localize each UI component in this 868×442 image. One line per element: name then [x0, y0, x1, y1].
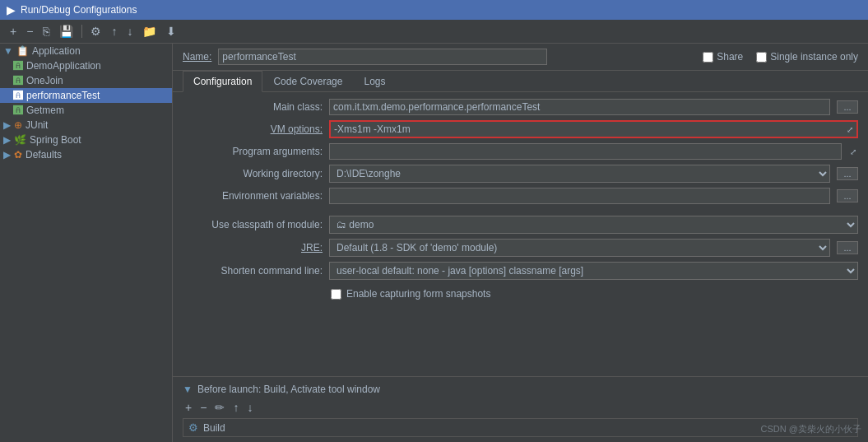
copy-button[interactable]: ⎘ [39, 23, 53, 40]
tree-item-performance-test[interactable]: 🅰 performanceTest [0, 88, 172, 103]
app-icon-onejoin: 🅰 [13, 75, 23, 86]
toolbar: + − ⎘ 💾 ⚙ ↑ ↓ 📁 ⬇ [0, 20, 868, 44]
title-bar-icon: ▶ [7, 3, 16, 16]
bl-up-button[interactable]: ↑ [230, 400, 241, 415]
program-args-label: Program arguments: [183, 146, 323, 157]
app-icon-performance: 🅰 [13, 90, 23, 101]
build-icon: ⚙ [188, 421, 198, 434]
tab-code-coverage[interactable]: Code Coverage [262, 71, 353, 92]
main-container: + − ⎘ 💾 ⚙ ↑ ↓ 📁 ⬇ ▼ 📋 Application 🅰 Demo… [0, 20, 868, 442]
tab-configuration[interactable]: Configuration [183, 71, 262, 92]
defaults-icon: ✿ [14, 149, 22, 161]
vm-options-input-wrapper: ⤢ [329, 120, 858, 138]
share-checkbox[interactable] [703, 52, 713, 63]
share-row: Share Single instance only [703, 51, 858, 63]
tree-label-application: Application [32, 45, 81, 57]
bl-add-button[interactable]: + [183, 400, 194, 415]
shorten-cmd-row: Shorten command line: user-local default… [183, 262, 858, 280]
share-checkbox-label[interactable]: Share [703, 51, 743, 63]
toolbar-separator [81, 25, 82, 38]
junit-expand-icon: ▶ [3, 119, 11, 131]
bl-down-button[interactable]: ↓ [244, 400, 255, 415]
title-bar-title: Run/Debug Configurations [21, 4, 137, 16]
jre-browse-button[interactable]: ... [837, 241, 858, 254]
main-class-input[interactable] [329, 99, 830, 115]
bl-remove-button[interactable]: − [197, 400, 209, 415]
content-area: ▼ 📋 Application 🅰 DemoApplication 🅰 OneJ… [0, 44, 868, 442]
env-vars-row: Environment variables: ... [183, 188, 858, 204]
tree-label-defaults: Defaults [26, 149, 62, 161]
tree-item-application[interactable]: ▼ 📋 Application [0, 44, 172, 58]
left-panel: ▼ 📋 Application 🅰 DemoApplication 🅰 OneJ… [0, 44, 173, 442]
spacer [183, 209, 858, 216]
folder-icon: ▼ [3, 45, 13, 57]
tree-label-onejoin: OneJoin [26, 75, 63, 86]
jre-label: JRE: [183, 242, 323, 254]
tree-item-defaults[interactable]: ▶ ✿ Defaults [0, 147, 172, 162]
sort-button[interactable]: ⬇ [163, 23, 179, 40]
program-args-expand-icon[interactable]: ⤢ [848, 147, 858, 156]
spring-icon: 🌿 [14, 134, 26, 146]
tree-label-spring-boot: Spring Boot [30, 134, 81, 146]
jre-select[interactable]: Default (1.8 - SDK of 'demo' module) [329, 239, 830, 257]
build-item-label: Build [203, 422, 225, 434]
config-content: Main class: ... VM options: ⤢ Program ar… [173, 92, 868, 376]
single-instance-text: Single instance only [770, 51, 858, 63]
vm-options-row: VM options: ⤢ [183, 120, 858, 138]
jre-row: JRE: Default (1.8 - SDK of 'demo' module… [183, 239, 858, 257]
share-label-text: Share [717, 51, 743, 63]
folder-button[interactable]: 📁 [139, 23, 160, 40]
bl-edit-button[interactable]: ✏ [212, 400, 227, 415]
shorten-cmd-label: Shorten command line: [183, 265, 323, 277]
main-class-row: Main class: ... [183, 99, 858, 115]
shorten-cmd-select[interactable]: user-local default: none - java [options… [329, 262, 858, 280]
vm-options-input[interactable] [331, 122, 843, 137]
name-row: Name: Share Single instance only [173, 44, 868, 71]
vm-expand-icon[interactable]: ⤢ [843, 125, 856, 134]
classpath-select[interactable]: 🗂 demo [329, 216, 858, 234]
env-vars-input[interactable] [329, 188, 830, 204]
before-launch-collapse-icon[interactable]: ▼ [183, 384, 193, 395]
spring-expand-icon: ▶ [3, 134, 11, 146]
before-launch-header: ▼ Before launch: Build, Activate tool wi… [183, 384, 858, 395]
env-vars-browse-button[interactable]: ... [837, 189, 858, 202]
tree-item-getmem[interactable]: 🅰 Getmem [0, 103, 172, 118]
program-args-input[interactable] [329, 143, 842, 160]
app-icon-demo: 🅰 [13, 60, 23, 72]
tree-item-demo-application[interactable]: 🅰 DemoApplication [0, 58, 172, 73]
snapshot-checkbox[interactable] [331, 289, 341, 300]
move-up-button[interactable]: ↑ [108, 23, 120, 40]
tree-item-spring-boot[interactable]: ▶ 🌿 Spring Boot [0, 133, 172, 147]
tree-label-performance-test: performanceTest [26, 90, 100, 101]
working-dir-select[interactable]: D:\IDE\zonghe [329, 165, 830, 183]
name-label: Name: [183, 51, 211, 63]
tree-label-junit: JUnit [26, 119, 48, 131]
tree-item-onejoin[interactable]: 🅰 OneJoin [0, 73, 172, 88]
working-dir-row: Working directory: D:\IDE\zonghe ... [183, 165, 858, 183]
title-bar: ▶ Run/Debug Configurations [0, 0, 868, 20]
before-launch-title: Before launch: Build, Activate tool wind… [197, 384, 380, 395]
snapshot-label: Enable capturing form snapshots [346, 288, 490, 300]
build-item: ⚙ Build [183, 418, 858, 437]
add-button[interactable]: + [7, 23, 20, 40]
single-instance-checkbox[interactable] [756, 52, 767, 63]
working-dir-browse-button[interactable]: ... [837, 167, 858, 180]
env-vars-label: Environment variables: [183, 190, 323, 202]
tree-label-demo-application: DemoApplication [26, 60, 101, 72]
before-launch-toolbar: + − ✏ ↑ ↓ [183, 400, 858, 415]
program-args-row: Program arguments: ⤢ [183, 143, 858, 160]
remove-button[interactable]: − [23, 23, 36, 40]
single-instance-label[interactable]: Single instance only [756, 51, 858, 63]
vm-options-label: VM options: [183, 123, 323, 135]
tree-item-junit[interactable]: ▶ ⊕ JUnit [0, 118, 172, 133]
name-input[interactable] [218, 49, 547, 65]
main-class-browse-button[interactable]: ... [837, 100, 858, 114]
tab-logs[interactable]: Logs [353, 71, 396, 92]
settings-button[interactable]: ⚙ [87, 23, 104, 40]
save-button[interactable]: 💾 [56, 23, 77, 40]
working-dir-label: Working directory: [183, 168, 323, 179]
defaults-expand-icon: ▶ [3, 149, 11, 161]
tree-label-getmem: Getmem [26, 105, 64, 116]
move-down-button[interactable]: ↓ [123, 23, 136, 40]
classpath-label: Use classpath of module: [183, 219, 323, 230]
